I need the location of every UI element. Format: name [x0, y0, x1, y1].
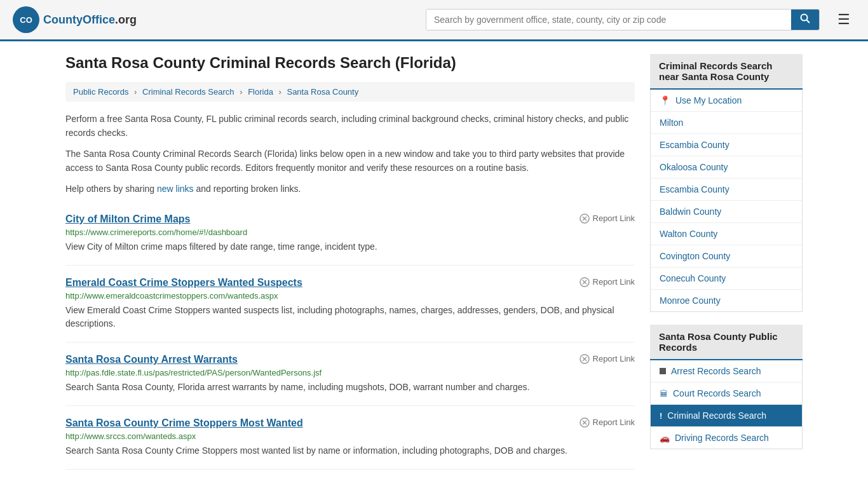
- nearby-link-9[interactable]: Monroe County: [651, 290, 802, 311]
- nearby-item: Okaloosa County: [651, 156, 802, 179]
- search-button[interactable]: [791, 10, 819, 30]
- report-link-1[interactable]: Report Link: [580, 277, 635, 287]
- breadcrumb-florida[interactable]: Florida: [248, 87, 273, 97]
- content-area: Santa Rosa County Criminal Records Searc…: [65, 54, 635, 470]
- public-records-link-0[interactable]: Arrest Records Search: [651, 360, 802, 382]
- nearby-link-7[interactable]: Covington County: [651, 245, 802, 267]
- nearby-item: Walton County: [651, 223, 802, 245]
- public-records-link-3[interactable]: 🚗Driving Records Search: [651, 427, 802, 449]
- new-links[interactable]: new links: [157, 184, 194, 194]
- record-item: Emerald Coast Crime Stoppers Wanted Susp…: [65, 266, 635, 342]
- record-header: Santa Rosa County Crime Stoppers Most Wa…: [65, 417, 635, 429]
- record-item: Santa Rosa County Arrest Warrants Report…: [65, 342, 635, 406]
- report-link-2[interactable]: Report Link: [580, 354, 635, 364]
- svg-line-3: [807, 20, 810, 24]
- menu-button[interactable]: ☰: [832, 9, 855, 30]
- report-link-3[interactable]: Report Link: [580, 417, 635, 428]
- record-url-1: http://www.emeraldcoastcrimestoppers.com…: [65, 291, 635, 301]
- breadcrumb: Public Records › Criminal Records Search…: [65, 82, 635, 102]
- record-desc-2: Search Santa Rosa County, Florida arrest…: [65, 381, 635, 394]
- nearby-item: Baldwin County: [651, 201, 802, 223]
- record-url-3: http://www.srccs.com/wanteds.aspx: [65, 431, 635, 441]
- square-icon: [660, 368, 666, 374]
- nearby-link-6[interactable]: Walton County: [651, 223, 802, 245]
- record-title-0[interactable]: City of Milton Crime Maps: [65, 214, 190, 225]
- nearby-item: Escambia County: [651, 134, 802, 156]
- record-desc-1: View Emerald Coast Crime Stoppers wanted…: [65, 304, 635, 330]
- site-header: CO CountyOffice.org ☰: [0, 0, 868, 41]
- car-icon: 🚗: [660, 433, 670, 443]
- public-records-item: 🏛Court Records Search: [651, 383, 802, 405]
- report-link-0[interactable]: Report Link: [580, 214, 635, 224]
- record-desc-3: Search Santa Rosa County Crime Stoppers …: [65, 444, 635, 458]
- search-bar: [426, 9, 820, 30]
- breadcrumb-public-records[interactable]: Public Records: [73, 87, 128, 97]
- svg-text:CO: CO: [20, 15, 32, 25]
- report-icon: [580, 354, 590, 364]
- record-item: City of Milton Crime Maps Report Link ht…: [65, 202, 635, 266]
- public-records-item: Arrest Records Search: [651, 360, 802, 383]
- desc-para-1: Perform a free Santa Rosa County, FL pub…: [65, 112, 635, 140]
- nearby-link-2[interactable]: Escambia County: [651, 134, 802, 156]
- desc-para-2: The Santa Rosa County Criminal Records S…: [65, 147, 635, 175]
- public-records-link-2[interactable]: !Criminal Records Search: [651, 405, 802, 426]
- logo-text: CountyOffice.org: [43, 13, 137, 27]
- breadcrumb-santa-rosa-county[interactable]: Santa Rosa County: [287, 87, 358, 97]
- public-records-item: !Criminal Records Search: [651, 405, 802, 427]
- description: Perform a free Santa Rosa County, FL pub…: [65, 112, 635, 196]
- public-records-list: Arrest Records Search🏛Court Records Sear…: [650, 360, 803, 449]
- nearby-item: Conecuh County: [651, 268, 802, 290]
- exclaim-icon: !: [660, 411, 662, 421]
- record-url-2: http://pas.fdle.state.fl.us/pas/restrict…: [65, 368, 635, 377]
- record-header: Santa Rosa County Arrest Warrants Report…: [65, 354, 635, 365]
- records-list: City of Milton Crime Maps Report Link ht…: [65, 202, 635, 470]
- report-icon: [580, 417, 590, 428]
- record-desc-0: View City of Milton crime maps filtered …: [65, 240, 635, 254]
- record-title-3[interactable]: Santa Rosa County Crime Stoppers Most Wa…: [65, 417, 303, 429]
- public-records-item: 🚗Driving Records Search: [651, 427, 802, 449]
- sidebar: Criminal Records Search near Santa Rosa …: [650, 54, 803, 470]
- report-icon: [580, 214, 590, 224]
- nearby-link-1[interactable]: Milton: [651, 112, 802, 133]
- nearby-link-8[interactable]: Conecuh County: [651, 268, 802, 289]
- location-icon: 📍: [660, 95, 670, 105]
- record-url-0: https://www.crimereports.com/home/#!/das…: [65, 227, 635, 237]
- main-container: Santa Rosa County Criminal Records Searc…: [53, 41, 815, 482]
- record-title-2[interactable]: Santa Rosa County Arrest Warrants: [65, 354, 238, 365]
- nearby-link-4[interactable]: Escambia County: [651, 179, 802, 200]
- building-icon: 🏛: [660, 389, 668, 398]
- nearby-list: 📍Use My LocationMiltonEscambia CountyOka…: [650, 90, 803, 312]
- nearby-item: Covington County: [651, 245, 802, 268]
- nearby-item: 📍Use My Location: [651, 90, 802, 112]
- record-header: City of Milton Crime Maps Report Link: [65, 214, 635, 225]
- page-title: Santa Rosa County Criminal Records Searc…: [65, 54, 635, 72]
- public-records-section-title: Santa Rosa County Public Records: [650, 325, 803, 360]
- desc-para-3: Help others by sharing new links and rep…: [65, 182, 635, 196]
- public-records-link-1[interactable]: 🏛Court Records Search: [651, 383, 802, 404]
- nearby-item: Monroe County: [651, 290, 802, 311]
- svg-point-2: [801, 15, 808, 21]
- nearby-item: Escambia County: [651, 179, 802, 201]
- nearby-link-0[interactable]: 📍Use My Location: [651, 90, 802, 111]
- nearby-link-5[interactable]: Baldwin County: [651, 201, 802, 222]
- record-header: Emerald Coast Crime Stoppers Wanted Susp…: [65, 277, 635, 288]
- logo-link[interactable]: CO CountyOffice.org: [13, 6, 137, 33]
- nearby-link-3[interactable]: Okaloosa County: [651, 156, 802, 178]
- search-input[interactable]: [426, 10, 791, 30]
- nearby-item: Milton: [651, 112, 802, 134]
- record-item: Santa Rosa County Crime Stoppers Most Wa…: [65, 406, 635, 470]
- report-icon: [580, 277, 590, 287]
- logo-icon: CO: [13, 6, 39, 33]
- breadcrumb-criminal-records-search[interactable]: Criminal Records Search: [142, 87, 234, 97]
- record-title-1[interactable]: Emerald Coast Crime Stoppers Wanted Susp…: [65, 277, 302, 288]
- nearby-section-title: Criminal Records Search near Santa Rosa …: [650, 54, 803, 90]
